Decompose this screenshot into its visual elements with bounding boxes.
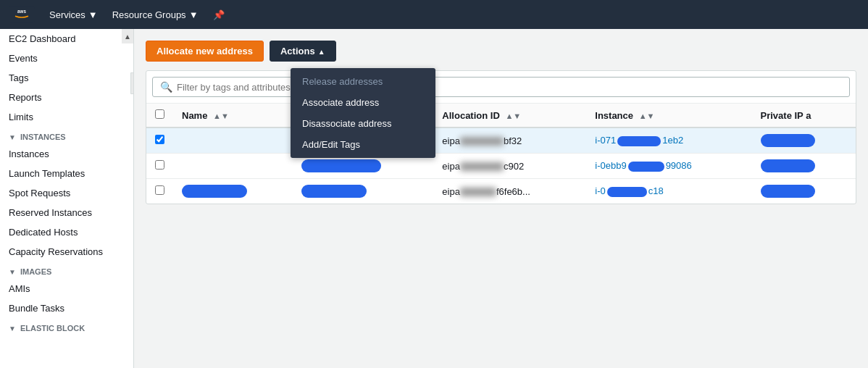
search-bar: 🔍 — [152, 77, 850, 97]
row3-checkbox-cell[interactable] — [146, 179, 173, 204]
sidebar-item-dedicated-hosts[interactable]: Dedicated Hosts — [0, 222, 133, 242]
elastic-ips-table: Name ▲▼ Elastic IP ▼ Allocation ID ▲▼ — [146, 104, 856, 204]
row3-elastic-ip-value — [301, 185, 367, 198]
allocation-id-sort-icon: ▲▼ — [505, 112, 521, 120]
toolbar: Allocate new address Actions Release add… — [146, 41, 856, 62]
pin-icon: 📌 — [213, 9, 225, 20]
select-all-checkbox[interactable] — [155, 109, 164, 119]
sidebar-item-amis[interactable]: AMIs — [0, 279, 133, 298]
aws-logo: aws — [9, 6, 35, 23]
main-content: Allocate new address Actions Release add… — [134, 29, 868, 368]
name-sort-icon: ▲▼ — [213, 112, 229, 120]
sidebar-item-reserved-instances[interactable]: Reserved Instances — [0, 203, 133, 222]
row3-private-ip-cell — [752, 179, 856, 204]
sidebar-item-ec2-dashboard[interactable]: EC2 Dashboard — [0, 29, 133, 49]
sidebar-item-launch-templates[interactable]: Launch Templates — [0, 164, 133, 183]
row1-private-ip-cell — [752, 127, 856, 154]
row1-instance-cell: i-0711eb2 — [586, 127, 751, 154]
row3-allocation-id-cell: eipaf6fe6b... — [433, 179, 586, 204]
allocate-new-address-button[interactable]: Allocate new address — [146, 41, 264, 62]
row2-instance-cell: i-0ebb999086 — [586, 154, 751, 179]
sidebar-scroll-up[interactable]: ▲ — [122, 29, 133, 43]
resource-groups-chevron-icon: ▼ — [189, 9, 199, 20]
instance-sort-icon: ▲▼ — [639, 112, 655, 120]
row3-instance-link[interactable]: i-0c18 — [595, 185, 663, 196]
row2-private-ip-cell — [752, 154, 856, 179]
row3-name-cell — [173, 179, 293, 204]
associate-address-item[interactable]: Associate address — [291, 92, 435, 113]
pin-button[interactable]: 📌 — [207, 7, 230, 23]
row3-checkbox[interactable] — [155, 185, 164, 195]
row3-private-ip-value — [761, 185, 815, 198]
allocation-id-column-header[interactable]: Allocation ID ▲▼ — [433, 104, 586, 127]
instances-collapse-icon[interactable]: ▼ — [9, 133, 16, 141]
instances-section-header: ▼ INSTANCES — [0, 127, 133, 144]
row1-allocation-id-cell: eipabf32 — [433, 127, 586, 154]
row2-private-ip-value — [761, 159, 815, 172]
resource-groups-button[interactable]: Resource Groups ▼ — [107, 7, 204, 23]
search-input[interactable] — [177, 82, 842, 93]
elastic-ips-table-container: 🔍 Name ▲▼ Elastic IP — [146, 70, 856, 204]
select-all-header[interactable] — [146, 104, 173, 127]
row1-checkbox[interactable] — [155, 135, 164, 144]
svg-text:aws: aws — [17, 9, 26, 14]
actions-dropdown-menu: Release addresses Associate address Disa… — [291, 68, 435, 158]
row1-name-cell — [173, 127, 293, 154]
actions-button[interactable]: Actions — [270, 41, 336, 62]
sidebar-item-instances[interactable]: Instances — [0, 144, 133, 164]
disassociate-address-item[interactable]: Disassociate address — [291, 113, 435, 134]
row2-allocation-id-value: eipac902 — [442, 161, 524, 172]
sidebar-item-events[interactable]: Events — [0, 49, 133, 68]
row1-checkbox-cell[interactable] — [146, 127, 173, 154]
sidebar-item-capacity-reservations[interactable]: Capacity Reservations — [0, 242, 133, 262]
top-navigation: aws Services ▼ Resource Groups ▼ 📌 — [0, 0, 868, 29]
instance-column-header[interactable]: Instance ▲▼ — [586, 104, 751, 127]
table-row: eipac902 i-0ebb999086 — [146, 154, 856, 179]
add-edit-tags-item[interactable]: Add/Edit Tags — [291, 134, 435, 155]
row1-allocation-id-value: eipabf32 — [442, 135, 522, 146]
row2-checkbox[interactable] — [155, 160, 164, 170]
table-row: eipabf32 i-0711eb2 — [146, 127, 856, 154]
name-column-header[interactable]: Name ▲▼ — [173, 104, 293, 127]
search-row: 🔍 — [146, 71, 856, 104]
row2-allocation-id-cell: eipac902 — [433, 154, 586, 179]
row1-private-ip-value — [761, 134, 815, 147]
images-section-header: ▼ IMAGES — [0, 262, 133, 279]
images-collapse-icon[interactable]: ▼ — [9, 268, 16, 276]
table-row: eipaf6fe6b... i-0c18 — [146, 179, 856, 204]
row3-allocation-id-value: eipaf6fe6b... — [442, 186, 530, 197]
row3-elastic-ip-cell — [293, 179, 433, 204]
sidebar-item-spot-requests[interactable]: Spot Requests — [0, 183, 133, 203]
elastic-block-section-header: ▼ ELASTIC BLOCK — [0, 318, 133, 335]
sidebar: ▲ ◀ EC2 Dashboard Events Tags Reports Li… — [0, 29, 134, 368]
private-ip-column-header: Private IP a — [752, 104, 856, 127]
row2-name-cell — [173, 154, 293, 179]
release-addresses-item[interactable]: Release addresses — [291, 71, 435, 92]
elastic-block-collapse-icon[interactable]: ▼ — [9, 325, 16, 333]
table-header-row: Name ▲▼ Elastic IP ▼ Allocation ID ▲▼ — [146, 104, 856, 127]
main-layout: ▲ ◀ EC2 Dashboard Events Tags Reports Li… — [0, 29, 868, 368]
row1-instance-link[interactable]: i-0711eb2 — [595, 135, 683, 146]
services-chevron-icon: ▼ — [88, 9, 98, 20]
sidebar-item-limits[interactable]: Limits — [0, 107, 133, 127]
row2-checkbox-cell[interactable] — [146, 154, 173, 179]
row3-name-value — [182, 185, 247, 198]
row2-elastic-ip-value — [301, 159, 381, 172]
sidebar-item-tags[interactable]: Tags — [0, 68, 133, 88]
sidebar-item-bundle-tasks[interactable]: Bundle Tasks — [0, 298, 133, 318]
services-button[interactable]: Services ▼ — [43, 7, 104, 23]
row2-instance-link[interactable]: i-0ebb999086 — [595, 160, 692, 171]
actions-chevron-icon — [318, 46, 325, 57]
sidebar-item-reports[interactable]: Reports — [0, 88, 133, 107]
search-icon: 🔍 — [160, 81, 172, 93]
row3-instance-cell: i-0c18 — [586, 179, 751, 204]
